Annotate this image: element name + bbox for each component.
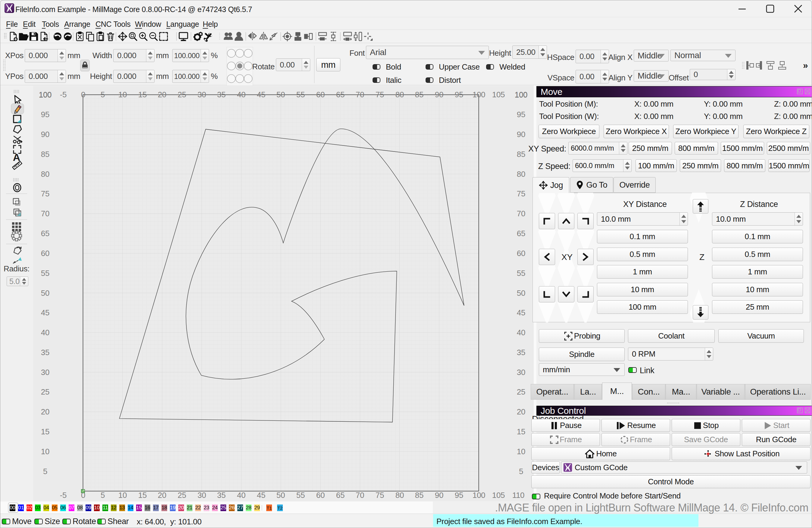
svg-text:15: 15 <box>138 491 147 500</box>
svg-text:0: 0 <box>81 90 85 99</box>
svg-text:40: 40 <box>237 90 245 99</box>
svg-text:5: 5 <box>101 491 105 500</box>
svg-text:95: 95 <box>455 90 463 99</box>
svg-text:45: 45 <box>257 491 265 500</box>
svg-text:75: 75 <box>376 491 384 500</box>
svg-text:80: 80 <box>517 170 525 179</box>
svg-text:5: 5 <box>43 467 47 476</box>
svg-text:45: 45 <box>257 90 265 99</box>
svg-text:100: 100 <box>473 491 485 500</box>
svg-text:50: 50 <box>41 289 49 297</box>
svg-text:-5: -5 <box>60 90 67 99</box>
svg-text:50: 50 <box>276 491 285 500</box>
svg-text:65: 65 <box>41 229 49 238</box>
svg-text:20: 20 <box>41 407 49 416</box>
svg-text:35: 35 <box>517 348 525 357</box>
svg-text:15: 15 <box>517 427 525 436</box>
svg-text:70: 70 <box>356 90 364 99</box>
svg-text:65: 65 <box>517 229 525 238</box>
svg-text:35: 35 <box>41 348 49 357</box>
svg-text:60: 60 <box>316 90 325 99</box>
svg-text:30: 30 <box>41 368 49 377</box>
svg-text:45: 45 <box>517 308 525 317</box>
svg-text:40: 40 <box>41 328 49 337</box>
svg-text:45: 45 <box>41 308 49 317</box>
svg-text:30: 30 <box>198 90 206 99</box>
svg-text:75: 75 <box>41 189 49 198</box>
svg-text:20: 20 <box>158 491 166 500</box>
svg-text:85: 85 <box>517 150 525 159</box>
svg-text:70: 70 <box>517 209 525 218</box>
svg-text:35: 35 <box>217 90 226 99</box>
svg-text:70: 70 <box>41 209 49 218</box>
svg-text:75: 75 <box>517 189 525 198</box>
svg-text:75: 75 <box>376 90 384 99</box>
svg-text:95: 95 <box>517 110 525 119</box>
svg-text:50: 50 <box>276 90 285 99</box>
svg-text:20: 20 <box>517 407 525 416</box>
svg-text:55: 55 <box>296 491 305 500</box>
svg-text:55: 55 <box>296 90 305 99</box>
svg-text:40: 40 <box>237 491 245 500</box>
svg-text:40: 40 <box>517 328 525 337</box>
svg-text:15: 15 <box>138 90 147 99</box>
svg-text:85: 85 <box>415 491 423 500</box>
svg-text:10: 10 <box>517 447 525 456</box>
svg-text:100: 100 <box>515 90 527 99</box>
svg-text:30: 30 <box>198 491 206 500</box>
svg-text:50: 50 <box>517 289 525 297</box>
svg-text:5: 5 <box>101 90 105 99</box>
svg-text:Radius:: Radius: <box>4 264 30 273</box>
svg-text:105: 105 <box>492 90 505 99</box>
svg-text:25: 25 <box>178 90 186 99</box>
svg-text:85: 85 <box>41 150 49 159</box>
svg-text:60: 60 <box>517 249 525 258</box>
svg-text:95: 95 <box>455 491 463 500</box>
svg-text:110: 110 <box>512 491 525 500</box>
svg-text:55: 55 <box>517 269 525 278</box>
svg-text:30: 30 <box>517 368 525 377</box>
svg-text:90: 90 <box>517 130 525 139</box>
svg-text:A: A <box>13 151 20 163</box>
svg-text:100: 100 <box>39 90 52 99</box>
svg-text:95: 95 <box>41 110 49 119</box>
svg-text:105: 105 <box>492 491 505 500</box>
svg-text:25: 25 <box>517 387 525 396</box>
svg-text:80: 80 <box>395 491 404 500</box>
svg-text:100: 100 <box>473 90 485 99</box>
svg-text:90: 90 <box>435 491 443 500</box>
svg-text:65: 65 <box>336 90 345 99</box>
svg-text:25: 25 <box>41 387 49 396</box>
svg-text:15: 15 <box>41 427 49 436</box>
svg-text:10: 10 <box>41 447 49 456</box>
svg-text:-5: -5 <box>60 491 67 500</box>
svg-text:90: 90 <box>435 90 443 99</box>
svg-text:60: 60 <box>316 491 325 500</box>
svg-text:25: 25 <box>178 491 186 500</box>
svg-text:20: 20 <box>158 90 166 99</box>
svg-text:85: 85 <box>415 90 423 99</box>
svg-text:80: 80 <box>395 90 404 99</box>
svg-text:10: 10 <box>118 90 127 99</box>
svg-text:10: 10 <box>118 491 127 500</box>
svg-text:5: 5 <box>519 467 523 476</box>
svg-text:60: 60 <box>41 249 49 258</box>
svg-text:80: 80 <box>41 170 49 179</box>
svg-text:35: 35 <box>217 491 226 500</box>
svg-text:55: 55 <box>41 269 49 278</box>
svg-text:65: 65 <box>336 491 345 500</box>
svg-text:90: 90 <box>41 130 49 139</box>
svg-text:70: 70 <box>356 491 364 500</box>
